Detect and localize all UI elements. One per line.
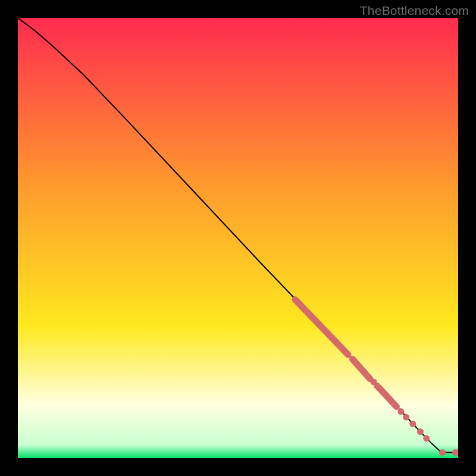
highlight-dot xyxy=(417,428,424,435)
highlight-dot xyxy=(423,435,430,441)
highlight-dot xyxy=(409,421,416,427)
plot-svg xyxy=(18,18,458,458)
chart-stage: TheBottleneck.com xyxy=(0,0,476,476)
watermark-text: TheBottleneck.com xyxy=(360,4,469,18)
highlight-dot xyxy=(374,383,380,389)
highlight-dot xyxy=(397,408,404,415)
plot-area xyxy=(18,18,458,458)
end-dot xyxy=(439,449,446,456)
highlight-dot xyxy=(403,414,409,421)
